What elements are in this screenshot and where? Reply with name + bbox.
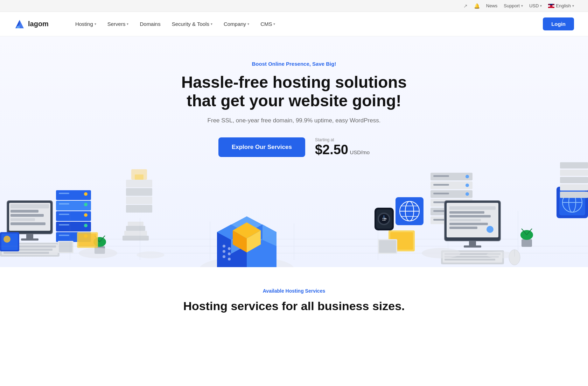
nav-security-chevron: ▾	[211, 22, 212, 26]
nav-security-tools[interactable]: Security & Tools ▾	[166, 12, 218, 36]
svg-point-12	[84, 203, 88, 206]
nav-company[interactable]: Company ▾	[218, 12, 255, 36]
nav-cms-chevron: ▾	[273, 22, 275, 26]
svg-rect-7	[59, 203, 69, 205]
svg-rect-37	[1, 234, 18, 250]
nav-cms-label: CMS	[260, 21, 272, 27]
svg-rect-29	[4, 252, 49, 254]
svg-rect-39	[122, 236, 149, 241]
nav-company-label: Company	[224, 21, 246, 27]
svg-rect-41	[126, 226, 145, 231]
nav-hosting[interactable]: Hosting ▾	[70, 12, 102, 36]
svg-rect-130	[126, 196, 152, 204]
nav-hosting-label: Hosting	[75, 21, 93, 27]
nav-domains[interactable]: Domains	[134, 12, 166, 36]
svg-point-69	[465, 175, 469, 178]
nav-servers[interactable]: Servers ▾	[102, 12, 134, 36]
svg-rect-127	[560, 192, 588, 198]
support-label: Support	[504, 3, 520, 8]
svg-point-134	[79, 248, 117, 258]
svg-rect-19	[10, 210, 38, 213]
svg-rect-22	[10, 222, 46, 225]
svg-rect-6	[59, 193, 69, 194]
language-dropdown-icon: ▾	[572, 4, 574, 8]
svg-point-13	[84, 213, 88, 217]
svg-rect-35	[59, 242, 72, 252]
svg-rect-131	[126, 205, 152, 213]
nav-items: Hosting ▾ Servers ▾ Domains Security & T…	[70, 12, 543, 36]
svg-rect-129	[126, 188, 152, 196]
currency-dropdown-icon: ▾	[540, 4, 542, 8]
svg-point-59	[228, 258, 231, 260]
hero-section: Boost Online Presence, Save Big! Hassle-…	[0, 36, 588, 267]
nav-cms[interactable]: CMS ▾	[255, 12, 281, 36]
svg-rect-33	[78, 234, 97, 246]
login-button[interactable]: Login	[543, 17, 574, 30]
hero-title: Hassle-free hosting solutions that get y…	[175, 73, 413, 110]
svg-rect-102	[444, 259, 495, 260]
svg-rect-90	[449, 211, 484, 214]
svg-rect-133	[135, 174, 144, 180]
svg-point-54	[223, 245, 225, 248]
svg-rect-9	[59, 224, 69, 226]
hero-subtitle: Free SSL, one-year free domain, 99.9% up…	[7, 117, 581, 124]
svg-rect-42	[128, 222, 144, 226]
svg-point-55	[223, 250, 225, 253]
svg-rect-125	[560, 177, 588, 183]
svg-rect-24	[21, 238, 38, 241]
svg-rect-128	[126, 180, 152, 187]
nav-hosting-chevron: ▾	[94, 22, 96, 26]
svg-point-70	[465, 184, 469, 187]
svg-rect-77	[433, 193, 449, 194]
support-dropdown-icon: ▾	[521, 4, 523, 8]
svg-point-136	[422, 248, 460, 258]
svg-rect-109	[522, 239, 532, 247]
svg-point-11	[84, 192, 88, 196]
svg-rect-0	[17, 26, 20, 28]
svg-point-14	[84, 224, 88, 227]
nav-servers-label: Servers	[107, 21, 126, 27]
svg-rect-123	[560, 162, 588, 169]
language-menu[interactable]: English ▾	[548, 3, 574, 8]
svg-rect-91	[449, 215, 491, 217]
svg-rect-94	[449, 227, 477, 229]
svg-rect-8	[59, 214, 69, 215]
share-icon[interactable]: ↗	[463, 3, 468, 9]
svg-point-57	[228, 247, 231, 250]
currency-label: USD	[529, 3, 539, 8]
services-section: Available Hosting Services Hosting servi…	[0, 267, 588, 323]
svg-rect-96	[469, 241, 476, 246]
nav-servers-chevron: ▾	[127, 22, 128, 26]
news-label: News	[486, 3, 498, 8]
svg-rect-124	[560, 170, 588, 176]
svg-rect-93	[449, 223, 488, 225]
news-link[interactable]: News	[486, 3, 498, 8]
svg-point-58	[228, 252, 231, 255]
hero-tagline: Boost Online Presence, Save Big!	[7, 61, 581, 67]
nav-company-chevron: ▾	[247, 22, 249, 26]
logo-text: lagom	[28, 20, 49, 28]
support-menu[interactable]: Support ▾	[504, 3, 523, 8]
services-section-label: Available Hosting Services	[7, 288, 581, 294]
hero-illustration: 12	[0, 141, 588, 267]
svg-point-56	[223, 255, 225, 258]
svg-rect-97	[464, 245, 481, 248]
services-section-title: Hosting services for all business sizes.	[7, 299, 581, 313]
svg-rect-92	[449, 219, 481, 221]
svg-rect-40	[124, 231, 147, 236]
nav-domains-label: Domains	[140, 21, 160, 27]
notification-icon[interactable]: 🔔	[474, 3, 480, 9]
top-bar: ↗ 🔔 News Support ▾ USD ▾ English ▾	[0, 0, 588, 12]
logo[interactable]: lagom	[14, 19, 49, 30]
svg-point-38	[4, 236, 10, 243]
svg-rect-10	[59, 235, 69, 236]
language-label: English	[556, 3, 571, 8]
svg-rect-23	[26, 234, 33, 239]
svg-point-71	[465, 192, 469, 196]
svg-rect-76	[433, 184, 449, 186]
svg-point-137	[486, 251, 514, 258]
currency-menu[interactable]: USD ▾	[529, 3, 542, 8]
svg-rect-75	[433, 175, 449, 177]
svg-rect-18	[10, 204, 49, 208]
nav-security-label: Security & Tools	[172, 21, 209, 27]
